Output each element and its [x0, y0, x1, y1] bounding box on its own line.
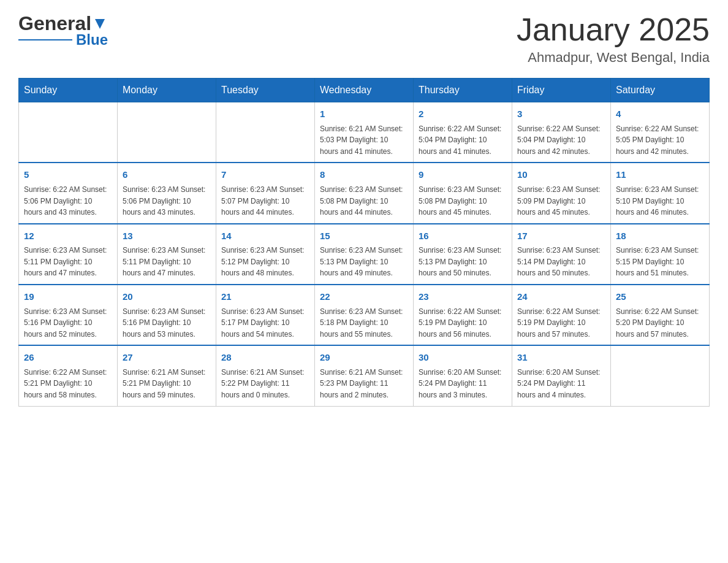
- calendar-cell: 6Sunrise: 6:23 AM Sunset: 5:06 PM Daylig…: [118, 163, 216, 223]
- day-number: 1: [320, 107, 408, 121]
- day-number: 9: [419, 168, 507, 182]
- calendar-cell: 11Sunrise: 6:23 AM Sunset: 5:10 PM Dayli…: [611, 163, 710, 223]
- calendar-cell: 15Sunrise: 6:23 AM Sunset: 5:13 PM Dayli…: [315, 224, 414, 285]
- calendar-cell: 16Sunrise: 6:23 AM Sunset: 5:13 PM Dayli…: [414, 224, 512, 285]
- day-info: Sunrise: 6:23 AM Sunset: 5:18 PM Dayligh…: [320, 306, 408, 340]
- day-info: Sunrise: 6:23 AM Sunset: 5:08 PM Dayligh…: [419, 184, 507, 218]
- calendar-cell: [216, 102, 315, 163]
- day-info: Sunrise: 6:22 AM Sunset: 5:05 PM Dayligh…: [616, 123, 704, 158]
- day-number: 24: [517, 290, 605, 304]
- logo-underline: [18, 39, 72, 41]
- calendar-cell: [19, 102, 118, 163]
- title-area: January 2025 Ahmadpur, West Bengal, Indi…: [517, 12, 710, 66]
- calendar-cell: 23Sunrise: 6:22 AM Sunset: 5:19 PM Dayli…: [414, 285, 512, 345]
- day-number: 10: [517, 168, 605, 182]
- calendar-cell: 3Sunrise: 6:22 AM Sunset: 5:04 PM Daylig…: [512, 102, 611, 163]
- calendar-cell: 12Sunrise: 6:23 AM Sunset: 5:11 PM Dayli…: [19, 224, 118, 285]
- day-number: 6: [123, 168, 211, 182]
- day-number: 7: [221, 168, 309, 182]
- day-info: Sunrise: 6:23 AM Sunset: 5:16 PM Dayligh…: [24, 306, 112, 340]
- page-header: General Blue January 2025 Ahmadpur, West…: [18, 12, 710, 66]
- calendar-cell: 30Sunrise: 6:20 AM Sunset: 5:24 PM Dayli…: [414, 345, 512, 406]
- logo: General Blue: [18, 12, 108, 48]
- day-info: Sunrise: 6:22 AM Sunset: 5:06 PM Dayligh…: [24, 184, 112, 218]
- day-number: 17: [517, 229, 605, 243]
- day-info: Sunrise: 6:22 AM Sunset: 5:19 PM Dayligh…: [419, 306, 507, 340]
- day-number: 31: [517, 351, 605, 365]
- calendar-cell: 31Sunrise: 6:20 AM Sunset: 5:24 PM Dayli…: [512, 345, 611, 406]
- day-number: 20: [123, 290, 211, 304]
- calendar-cell: 26Sunrise: 6:22 AM Sunset: 5:21 PM Dayli…: [19, 345, 118, 406]
- day-info: Sunrise: 6:23 AM Sunset: 5:08 PM Dayligh…: [320, 184, 408, 218]
- day-info: Sunrise: 6:23 AM Sunset: 5:17 PM Dayligh…: [221, 306, 309, 340]
- day-info: Sunrise: 6:22 AM Sunset: 5:04 PM Dayligh…: [419, 123, 507, 158]
- calendar-cell: 5Sunrise: 6:22 AM Sunset: 5:06 PM Daylig…: [19, 163, 118, 223]
- weekday-header-saturday: Saturday: [611, 79, 710, 102]
- day-info: Sunrise: 6:21 AM Sunset: 5:22 PM Dayligh…: [221, 367, 309, 401]
- calendar-cell: 20Sunrise: 6:23 AM Sunset: 5:16 PM Dayli…: [118, 285, 216, 345]
- day-info: Sunrise: 6:21 AM Sunset: 5:03 PM Dayligh…: [320, 123, 408, 158]
- day-info: Sunrise: 6:20 AM Sunset: 5:24 PM Dayligh…: [419, 367, 507, 401]
- calendar-cell: [118, 102, 216, 163]
- calendar-cell: 9Sunrise: 6:23 AM Sunset: 5:08 PM Daylig…: [414, 163, 512, 223]
- day-info: Sunrise: 6:22 AM Sunset: 5:21 PM Dayligh…: [24, 367, 112, 401]
- day-info: Sunrise: 6:22 AM Sunset: 5:20 PM Dayligh…: [616, 306, 704, 340]
- day-number: 11: [616, 168, 704, 182]
- day-info: Sunrise: 6:23 AM Sunset: 5:15 PM Dayligh…: [616, 245, 704, 279]
- calendar-table: SundayMondayTuesdayWednesdayThursdayFrid…: [18, 78, 710, 406]
- calendar-cell: 13Sunrise: 6:23 AM Sunset: 5:11 PM Dayli…: [118, 224, 216, 285]
- day-info: Sunrise: 6:23 AM Sunset: 5:11 PM Dayligh…: [123, 245, 211, 279]
- calendar-cell: 1Sunrise: 6:21 AM Sunset: 5:03 PM Daylig…: [315, 102, 414, 163]
- svg-marker-0: [95, 19, 105, 29]
- weekday-header-sunday: Sunday: [19, 79, 118, 102]
- calendar-cell: [611, 345, 710, 406]
- day-number: 4: [616, 107, 704, 121]
- calendar-cell: 21Sunrise: 6:23 AM Sunset: 5:17 PM Dayli…: [216, 285, 315, 345]
- day-info: Sunrise: 6:23 AM Sunset: 5:09 PM Dayligh…: [517, 184, 605, 218]
- day-info: Sunrise: 6:23 AM Sunset: 5:11 PM Dayligh…: [24, 245, 112, 279]
- day-number: 14: [221, 229, 309, 243]
- calendar-cell: 28Sunrise: 6:21 AM Sunset: 5:22 PM Dayli…: [216, 345, 315, 406]
- day-number: 23: [419, 290, 507, 304]
- day-info: Sunrise: 6:23 AM Sunset: 5:07 PM Dayligh…: [221, 184, 309, 218]
- day-info: Sunrise: 6:22 AM Sunset: 5:19 PM Dayligh…: [517, 306, 605, 340]
- logo-blue: Blue: [76, 31, 108, 48]
- day-number: 29: [320, 351, 408, 365]
- day-info: Sunrise: 6:23 AM Sunset: 5:10 PM Dayligh…: [616, 184, 704, 218]
- calendar-cell: 29Sunrise: 6:21 AM Sunset: 5:23 PM Dayli…: [315, 345, 414, 406]
- calendar-week-1: 1Sunrise: 6:21 AM Sunset: 5:03 PM Daylig…: [19, 102, 710, 163]
- calendar-header-row: SundayMondayTuesdayWednesdayThursdayFrid…: [19, 79, 710, 102]
- day-number: 15: [320, 229, 408, 243]
- calendar-week-5: 26Sunrise: 6:22 AM Sunset: 5:21 PM Dayli…: [19, 345, 710, 406]
- day-number: 13: [123, 229, 211, 243]
- calendar-cell: 7Sunrise: 6:23 AM Sunset: 5:07 PM Daylig…: [216, 163, 315, 223]
- day-number: 18: [616, 229, 704, 243]
- day-number: 8: [320, 168, 408, 182]
- calendar-week-3: 12Sunrise: 6:23 AM Sunset: 5:11 PM Dayli…: [19, 224, 710, 285]
- calendar-cell: 18Sunrise: 6:23 AM Sunset: 5:15 PM Dayli…: [611, 224, 710, 285]
- day-info: Sunrise: 6:21 AM Sunset: 5:21 PM Dayligh…: [123, 367, 211, 401]
- day-info: Sunrise: 6:23 AM Sunset: 5:14 PM Dayligh…: [517, 245, 605, 279]
- day-number: 3: [517, 107, 605, 121]
- calendar-week-4: 19Sunrise: 6:23 AM Sunset: 5:16 PM Dayli…: [19, 285, 710, 345]
- calendar-cell: 2Sunrise: 6:22 AM Sunset: 5:04 PM Daylig…: [414, 102, 512, 163]
- calendar-cell: 8Sunrise: 6:23 AM Sunset: 5:08 PM Daylig…: [315, 163, 414, 223]
- day-number: 19: [24, 290, 112, 304]
- day-number: 22: [320, 290, 408, 304]
- calendar-cell: 19Sunrise: 6:23 AM Sunset: 5:16 PM Dayli…: [19, 285, 118, 345]
- calendar-cell: 4Sunrise: 6:22 AM Sunset: 5:05 PM Daylig…: [611, 102, 710, 163]
- weekday-header-monday: Monday: [118, 79, 216, 102]
- day-info: Sunrise: 6:20 AM Sunset: 5:24 PM Dayligh…: [517, 367, 605, 401]
- page-title: January 2025: [517, 12, 710, 47]
- calendar-cell: 10Sunrise: 6:23 AM Sunset: 5:09 PM Dayli…: [512, 163, 611, 223]
- calendar-cell: 27Sunrise: 6:21 AM Sunset: 5:21 PM Dayli…: [118, 345, 216, 406]
- day-info: Sunrise: 6:21 AM Sunset: 5:23 PM Dayligh…: [320, 367, 408, 401]
- calendar-cell: 14Sunrise: 6:23 AM Sunset: 5:12 PM Dayli…: [216, 224, 315, 285]
- day-number: 25: [616, 290, 704, 304]
- day-number: 21: [221, 290, 309, 304]
- day-number: 27: [123, 351, 211, 365]
- day-info: Sunrise: 6:23 AM Sunset: 5:13 PM Dayligh…: [419, 245, 507, 279]
- day-number: 30: [419, 351, 507, 365]
- day-info: Sunrise: 6:23 AM Sunset: 5:06 PM Dayligh…: [123, 184, 211, 218]
- day-info: Sunrise: 6:22 AM Sunset: 5:04 PM Dayligh…: [517, 123, 605, 158]
